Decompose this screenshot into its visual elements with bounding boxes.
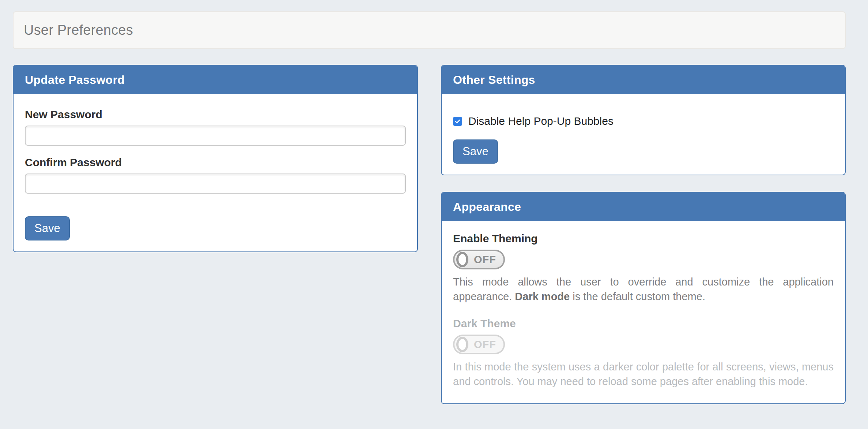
other-settings-save-button[interactable]: Save bbox=[453, 139, 498, 164]
appearance-title: Appearance bbox=[453, 200, 521, 214]
update-password-panel-body: New Password Confirm Password Save bbox=[14, 94, 417, 251]
toggle-knob bbox=[456, 252, 468, 267]
enable-theming-description-rest: is the default custom theme. bbox=[570, 291, 705, 302]
dark-theme-toggle-state: OFF bbox=[474, 339, 496, 351]
confirm-password-label: Confirm Password bbox=[25, 156, 406, 169]
disable-help-label[interactable]: Disable Help Pop-Up Bubbles bbox=[468, 115, 614, 127]
other-settings-panel-header: Other Settings bbox=[442, 66, 845, 94]
disable-help-row: Disable Help Pop-Up Bubbles bbox=[453, 114, 834, 128]
enable-theming-toggle[interactable]: OFF bbox=[453, 250, 505, 269]
page-header: User Preferences bbox=[13, 11, 846, 49]
update-password-panel-header: Update Password bbox=[14, 66, 417, 94]
checkmark-icon bbox=[454, 118, 461, 125]
confirm-password-input[interactable] bbox=[25, 174, 406, 194]
enable-theming-label: Enable Theming bbox=[453, 232, 834, 245]
appearance-panel: Appearance Enable Theming OFF This mode … bbox=[441, 192, 846, 404]
page-title: User Preferences bbox=[24, 22, 133, 38]
other-settings-panel: Other Settings Disable Help Pop-Up Bubbl… bbox=[441, 65, 846, 175]
other-settings-panel-body: Disable Help Pop-Up Bubbles Save bbox=[442, 94, 845, 175]
new-password-input[interactable] bbox=[25, 126, 406, 146]
disable-help-checkbox[interactable] bbox=[453, 117, 462, 126]
content-row: Update Password New Password Confirm Pas… bbox=[13, 65, 846, 404]
enable-theming-description: This mode allows the user to override an… bbox=[453, 275, 834, 304]
enable-theming-description-bold: Dark mode bbox=[515, 291, 570, 302]
dark-theme-toggle[interactable]: OFF bbox=[453, 335, 505, 354]
toggle-knob bbox=[456, 337, 468, 352]
update-password-panel: Update Password New Password Confirm Pas… bbox=[13, 65, 418, 252]
right-column: Other Settings Disable Help Pop-Up Bubbl… bbox=[441, 65, 846, 404]
dark-theme-label: Dark Theme bbox=[453, 317, 834, 330]
update-password-save-button[interactable]: Save bbox=[25, 216, 70, 240]
new-password-label: New Password bbox=[25, 108, 406, 121]
appearance-panel-body: Enable Theming OFF This mode allows the … bbox=[442, 221, 845, 400]
enable-theming-toggle-state: OFF bbox=[474, 254, 496, 266]
other-settings-title: Other Settings bbox=[453, 73, 535, 87]
left-column: Update Password New Password Confirm Pas… bbox=[13, 65, 418, 404]
page-container: User Preferences Update Password New Pas… bbox=[13, 11, 846, 404]
appearance-panel-header: Appearance bbox=[442, 193, 845, 221]
dark-theme-description: In this mode the system uses a darker co… bbox=[453, 359, 834, 389]
update-password-title: Update Password bbox=[25, 73, 125, 87]
